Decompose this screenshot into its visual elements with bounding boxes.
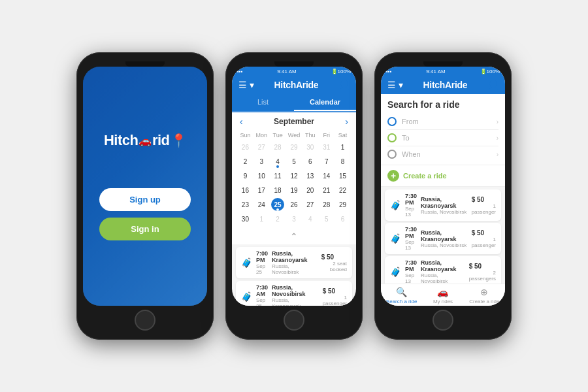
cal-day[interactable]: 15 <box>336 169 350 182</box>
phone-notch <box>125 61 165 67</box>
ride-date-2: Sep 25 <box>256 297 268 306</box>
phone-3: ▪▪▪ 9:41 AM 🔋100% ☰ ▾ HitchAride 👤 Searc… <box>374 52 512 340</box>
cal-day[interactable]: 8 <box>336 155 350 168</box>
profile-icon[interactable]: 👤 <box>338 80 350 90</box>
search-nav-icon: 🔍 <box>396 287 407 297</box>
cal-day[interactable]: 16 <box>238 184 252 197</box>
cal-day[interactable]: 12 <box>287 169 301 182</box>
status-battery: 🔋100% <box>480 69 500 74</box>
cal-day[interactable]: 3 <box>287 212 301 225</box>
screen-calendar: ▪▪▪ 9:41 AM 🔋100% ☰ ▾ HitchAride 👤 List … <box>232 67 356 306</box>
result-info-1: 7:30 PM Sep 13 <box>405 193 417 218</box>
ride-route-1: Russia, Krasnoyarsk Russia, Novosibirsk <box>272 250 318 275</box>
day-mon: Mon <box>253 131 270 140</box>
ride-item-1[interactable]: 🧳 7:00 PM Sep 25 Russia, Krasnoyarsk Rus… <box>236 247 352 278</box>
ride-route-2: Russia, Novosibirsk Russia, Krasnoyarsk <box>272 284 319 306</box>
cal-day[interactable]: 5 <box>287 155 301 168</box>
phone-notch <box>274 61 314 67</box>
result-price-2: $ 50 1 passenger <box>472 229 496 248</box>
cal-day[interactable]: 2 <box>238 155 252 168</box>
signin-button[interactable]: Sign in <box>99 218 191 240</box>
when-field[interactable]: When › <box>387 146 498 162</box>
day-tue: Tue <box>270 131 286 140</box>
cal-day[interactable]: 4 <box>304 212 317 225</box>
cal-day[interactable]: 11 <box>271 169 284 182</box>
cal-day[interactable]: 1 <box>336 140 350 154</box>
cal-day[interactable]: 28 <box>320 198 333 211</box>
day-sat: Sat <box>335 131 351 140</box>
cal-day[interactable]: 19 <box>287 184 301 197</box>
ride-info-1: 7:00 PM Sep 25 <box>256 250 268 275</box>
cal-day[interactable]: 29 <box>287 140 301 154</box>
cal-day[interactable]: 10 <box>255 169 268 182</box>
cal-day[interactable]: 29 <box>336 198 350 211</box>
result-item-3[interactable]: 🧳 7:30 PM Sep 13 Russia, Krasnoyarsk Rus… <box>385 256 501 284</box>
cal-day[interactable]: 27 <box>304 198 317 211</box>
cal-day[interactable]: 24 <box>255 198 268 211</box>
ride-date-1: Sep 25 <box>256 263 268 275</box>
app-title: HitchAride <box>423 80 468 90</box>
nav-search[interactable]: 🔍 Search a ride <box>381 287 422 304</box>
cal-day[interactable]: 5 <box>320 212 333 225</box>
nav-create-label: Create a ride <box>469 299 499 304</box>
cal-day[interactable]: 23 <box>238 198 252 211</box>
to-field[interactable]: To › <box>387 130 498 146</box>
profile-icon[interactable]: 👤 <box>487 80 498 90</box>
cal-day[interactable]: 9 <box>238 169 252 182</box>
cal-day-today[interactable]: 25 <box>271 198 284 211</box>
calendar-grid: Sun Mon Tue Wed Thu Fri Sat 26 27 28 29 … <box>232 131 356 229</box>
cal-day[interactable]: 27 <box>255 140 268 154</box>
ride-icon-1: 🧳 <box>241 257 252 268</box>
collapse-button[interactable]: ⌃ <box>232 229 356 244</box>
cal-day[interactable]: 26 <box>238 140 252 154</box>
cal-day[interactable]: 18 <box>271 184 284 197</box>
result-item-2[interactable]: 🧳 7:30 PM Sep 13 Russia, Krasnoyarsk Rus… <box>385 223 501 254</box>
cal-day[interactable]: 21 <box>320 184 333 197</box>
cal-day[interactable]: 3 <box>255 155 268 168</box>
create-ride-button[interactable]: + Create a ride <box>381 165 505 187</box>
ride-time-1: 7:00 PM <box>256 250 268 263</box>
calendar-nav: ‹ September › <box>232 112 356 131</box>
logo-hitch: Hitch <box>104 132 139 149</box>
result-item-1[interactable]: 🧳 7:30 PM Sep 13 Russia, Krasnoyarsk Rus… <box>385 189 501 221</box>
nav-create[interactable]: ⊕ Create a ride <box>464 287 505 304</box>
signup-button[interactable]: Sign up <box>99 188 191 211</box>
home-button[interactable] <box>284 310 304 331</box>
cal-day[interactable]: 6 <box>336 212 350 225</box>
status-bar: ▪▪▪ 9:41 AM 🔋100% <box>381 67 505 76</box>
status-signal: ▪▪▪ <box>386 69 392 74</box>
search-header: Search for a ride From › To › When › <box>381 94 505 165</box>
tab-list[interactable]: List <box>232 94 294 111</box>
day-sun: Sun <box>237 131 253 140</box>
home-button[interactable] <box>433 310 453 331</box>
cal-day[interactable]: 17 <box>255 184 268 197</box>
cal-day[interactable]: 22 <box>336 184 350 197</box>
next-month-button[interactable]: › <box>345 116 348 127</box>
cal-day[interactable]: 30 <box>238 212 252 225</box>
cal-day[interactable]: 31 <box>320 140 333 154</box>
cal-day[interactable]: 20 <box>304 184 317 197</box>
back-icon[interactable]: ☰ ▾ <box>387 80 403 90</box>
from-field[interactable]: From › <box>387 114 498 130</box>
cal-day[interactable]: 1 <box>255 212 268 225</box>
cal-day[interactable]: 2 <box>271 212 284 225</box>
cal-day[interactable]: 30 <box>304 140 317 154</box>
status-bar: ▪▪▪ 9:41 AM 🔋100% <box>232 67 356 76</box>
cal-day[interactable]: 7 <box>320 155 333 168</box>
cal-day[interactable]: 28 <box>271 140 284 154</box>
cal-day-4[interactable]: 4 <box>271 155 284 168</box>
my-rides-icon: 🚗 <box>437 287 448 297</box>
cal-day[interactable]: 26 <box>287 198 301 211</box>
cal-day[interactable]: 6 <box>304 155 317 168</box>
nav-myrides-label: My rides <box>433 299 453 304</box>
menu-icon[interactable]: ☰ ▾ <box>238 80 254 90</box>
tab-calendar[interactable]: Calendar <box>294 94 356 111</box>
ride-item-2[interactable]: 🧳 7:30 AM Sep 25 Russia, Novosibirsk Rus… <box>236 281 352 306</box>
nav-my-rides[interactable]: 🚗 My rides <box>422 287 463 304</box>
status-signal: ▪▪▪ <box>237 69 243 74</box>
cal-day[interactable]: 14 <box>320 169 333 182</box>
prev-month-button[interactable]: ‹ <box>240 116 243 127</box>
cal-day[interactable]: 13 <box>304 169 317 182</box>
home-button[interactable] <box>135 310 155 331</box>
when-arrow: › <box>497 151 498 158</box>
